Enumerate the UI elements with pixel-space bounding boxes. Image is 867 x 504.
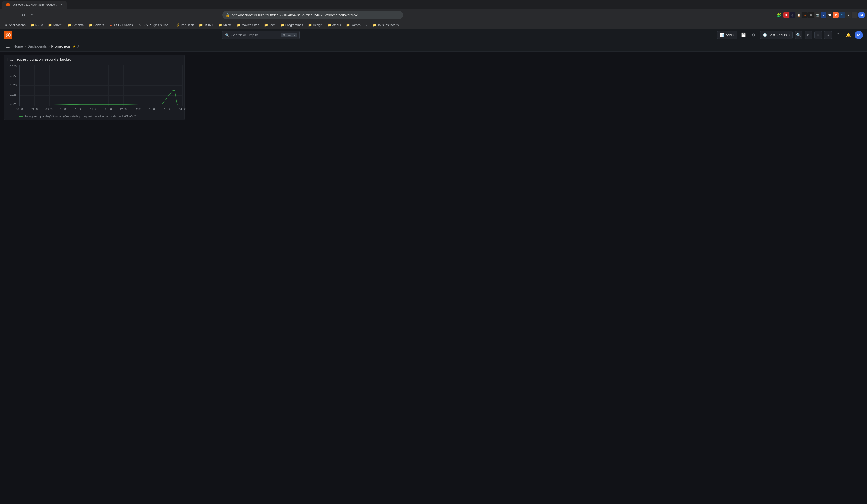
address-bar[interactable]: 🔒 http://localhost:3000/d/fd68f9ee-7210-… — [222, 11, 403, 19]
panel-menu-button[interactable]: ⋮ — [177, 57, 181, 62]
bookmark-anime[interactable]: 📁 Anime — [216, 22, 234, 28]
grafana-topnav: 🔍 Search or jump to... ⌘ cmd+k 📊 Add ▾ 💾… — [0, 29, 867, 41]
folder-icon: 📁 — [48, 23, 52, 27]
help-icon[interactable]: ? — [834, 31, 842, 39]
search-placeholder-text: Search or jump to... — [232, 33, 261, 37]
y-axis: 0.028 0.027 0.026 0.025 0.024 — [7, 65, 18, 106]
time-range-button[interactable]: 🕐 Last 6 hours ▾ — [760, 31, 793, 39]
bookmark-others[interactable]: 📁 others — [325, 22, 343, 28]
panel-header: http_request_duration_seconds_bucket ⋮ — [4, 55, 184, 64]
settings-icon[interactable]: ⚙ — [750, 31, 758, 39]
x-label-0900: 09:00 — [31, 108, 38, 111]
chart-container: 0.028 0.027 0.026 0.025 0.024 — [4, 64, 184, 120]
share-icon[interactable]: ⤴ — [77, 44, 79, 48]
bookmark-torrent[interactable]: 📁 Torrent — [46, 22, 65, 28]
favorite-star-icon[interactable]: ★ — [72, 44, 76, 49]
ext-4[interactable]: G — [802, 12, 808, 18]
extension-icons: u ◐ 📋 G ⚙ 📷 V — [783, 12, 857, 18]
bookmark-nvim[interactable]: 📁 NVIM — [29, 22, 45, 28]
extensions-icon[interactable]: 🧩 — [775, 11, 782, 19]
alerts-icon[interactable]: 🔔 — [844, 31, 853, 39]
popflash-icon: ⚡ — [176, 23, 180, 27]
bookmark-servers[interactable]: 📁 Servers — [87, 22, 106, 28]
bookmark-applications[interactable]: ⠿ Applications — [2, 22, 28, 28]
breadcrumb: Home › Dashboards › Prometheus ★ ⤴ — [13, 44, 79, 49]
browser-actions: 🧩 u ◐ 📋 G ⚙ 📷 — [775, 11, 865, 19]
bookmark-label: OSINT — [204, 23, 213, 27]
bookmark-tech[interactable]: 📁 Tech — [262, 22, 277, 28]
y-label-1: 0.028 — [7, 65, 18, 68]
add-panel-button[interactable]: 📊 Add ▾ — [717, 31, 737, 39]
bookmark-tous[interactable]: 📁 Tous les favoris — [371, 22, 401, 28]
address-bar-row: ← → ↻ ⌂ 🔒 http://localhost:3000/d/fd68f9… — [0, 9, 867, 21]
back-button[interactable]: ← — [2, 11, 9, 19]
forward-button[interactable]: → — [11, 11, 18, 19]
x-label-1200: 12:00 — [119, 108, 127, 111]
chart-svg — [20, 65, 182, 106]
bookmarks-bar: ⠿ Applications 📁 NVIM 📁 Torrent 📁 Schema… — [0, 21, 867, 29]
folder-icon: 📁 — [328, 23, 331, 27]
ext-5[interactable]: ⚙ — [808, 12, 814, 18]
chart-area: 0.028 0.027 0.026 0.025 0.024 — [7, 65, 182, 114]
x-label-1130: 11:30 — [105, 108, 112, 111]
k-key: cmd+k — [287, 34, 295, 37]
grafana-nav-right: 📊 Add ▾ 💾 ⚙ 🕐 Last 6 hours ▾ 🔍 ↺ ▾ ∧ ? 🔔… — [717, 31, 863, 39]
bookmark-more[interactable]: » — [364, 22, 370, 28]
ext-6[interactable]: 📷 — [814, 12, 820, 18]
zoom-out-button[interactable]: 🔍 — [795, 31, 802, 39]
ext-7[interactable]: V — [821, 12, 826, 18]
collapse-button[interactable]: ∧ — [824, 31, 832, 39]
bookmark-schema[interactable]: 📁 Schema — [65, 22, 86, 28]
plugins-icon: ✎ — [138, 23, 142, 27]
ext-more[interactable]: ⋯ — [852, 12, 857, 18]
browser-chrome: fd68f9ee-7210-4b54-8d3c-79ed9c4c658c/pro… — [0, 0, 867, 29]
bookmark-movies[interactable]: 📁 Movies Sites — [235, 22, 261, 28]
bookmark-popflash[interactable]: ⚡ PopFlash — [174, 22, 196, 28]
hamburger-menu-button[interactable]: ☰ — [4, 43, 11, 50]
grafana-logo[interactable] — [4, 31, 12, 39]
reload-button[interactable]: ↻ — [20, 11, 27, 19]
bookmark-programmes[interactable]: 📁 Programmes — [279, 22, 305, 28]
panel-title: http_request_duration_seconds_bucket — [8, 57, 71, 62]
x-label-0930: 09:30 — [45, 108, 53, 111]
bookmark-label: Applications — [9, 23, 25, 27]
user-avatar[interactable]: M — [855, 31, 863, 39]
ext-3[interactable]: 📋 — [796, 12, 802, 18]
home-button[interactable]: ⌂ — [28, 11, 36, 19]
ext-ublock[interactable]: u — [783, 12, 789, 18]
folder-icon: 📁 — [308, 23, 312, 27]
ext-dark[interactable]: ◐ — [790, 12, 795, 18]
profile-button[interactable]: M — [858, 12, 865, 18]
ext-9[interactable]: P — [833, 12, 839, 18]
grafana-search-bar[interactable]: 🔍 Search or jump to... ⌘ cmd+k — [222, 31, 300, 39]
bookmark-plugins[interactable]: ✎ Buy Plugins & Cod... — [136, 22, 173, 28]
lock-icon: 🔒 — [226, 13, 230, 17]
folder-icon: 📁 — [31, 23, 34, 27]
ext-10[interactable]: ↟ — [839, 12, 845, 18]
breadcrumb-home[interactable]: Home — [13, 44, 23, 48]
save-dashboard-button[interactable]: 💾 — [739, 31, 748, 39]
bookmark-label: Games — [351, 23, 361, 27]
grafana-app: 🔍 Search or jump to... ⌘ cmd+k 📊 Add ▾ 💾… — [0, 29, 867, 504]
bookmark-osint[interactable]: 📁 OSINT — [197, 22, 215, 28]
ext-8[interactable]: 💬 — [827, 12, 833, 18]
bookmark-design[interactable]: 📁 Design — [306, 22, 324, 28]
dashboard-content: http_request_duration_seconds_bucket ⋮ 0… — [0, 52, 867, 123]
active-tab[interactable]: fd68f9ee-7210-4b54-8d3c-79ed9c4c658c/pro… — [2, 1, 67, 9]
bookmark-csgo[interactable]: ● CSGO Nades — [107, 22, 135, 28]
chevron-down-icon[interactable]: ▾ — [814, 31, 822, 39]
folder-icon: 📁 — [89, 23, 92, 27]
bookmark-games[interactable]: 📁 Games — [344, 22, 363, 28]
refresh-button[interactable]: ↺ — [804, 31, 812, 39]
ext-11[interactable]: ★ — [845, 12, 851, 18]
bookmark-label: Buy Plugins & Cod... — [143, 23, 171, 27]
bookmark-label: Torrent — [53, 23, 63, 27]
bookmark-label: Servers — [94, 23, 104, 27]
breadcrumb-dashboards[interactable]: Dashboards — [28, 44, 47, 48]
chevron-down-icon: ▾ — [789, 34, 790, 36]
panel-http-request-duration: http_request_duration_seconds_bucket ⋮ 0… — [4, 55, 185, 120]
search-keyboard-shortcut: ⌘ cmd+k — [281, 33, 297, 37]
bookmark-label: PopFlash — [181, 23, 194, 27]
tab-close-icon[interactable]: × — [61, 3, 63, 7]
y-label-5: 0.024 — [7, 102, 18, 106]
